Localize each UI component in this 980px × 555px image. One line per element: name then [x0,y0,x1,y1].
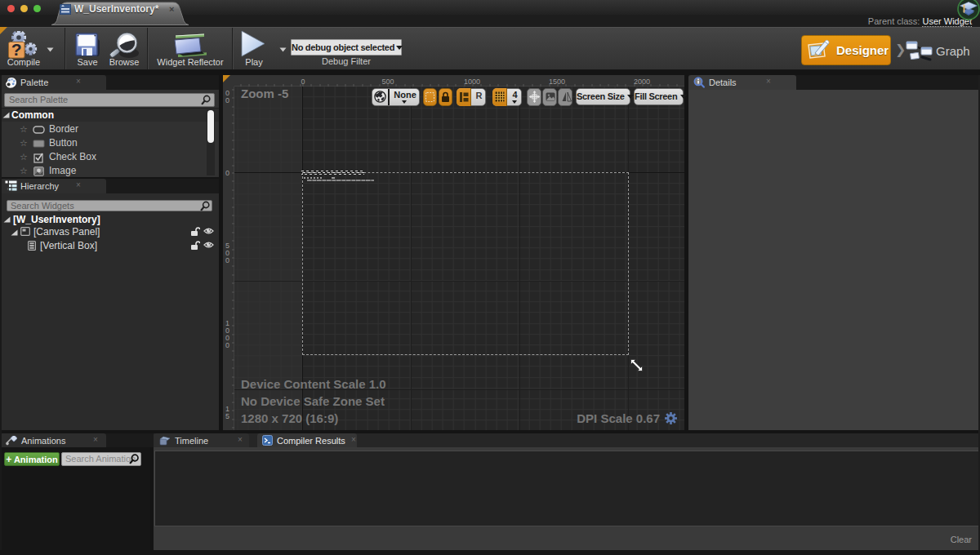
svg-text:?: ? [11,40,22,59]
